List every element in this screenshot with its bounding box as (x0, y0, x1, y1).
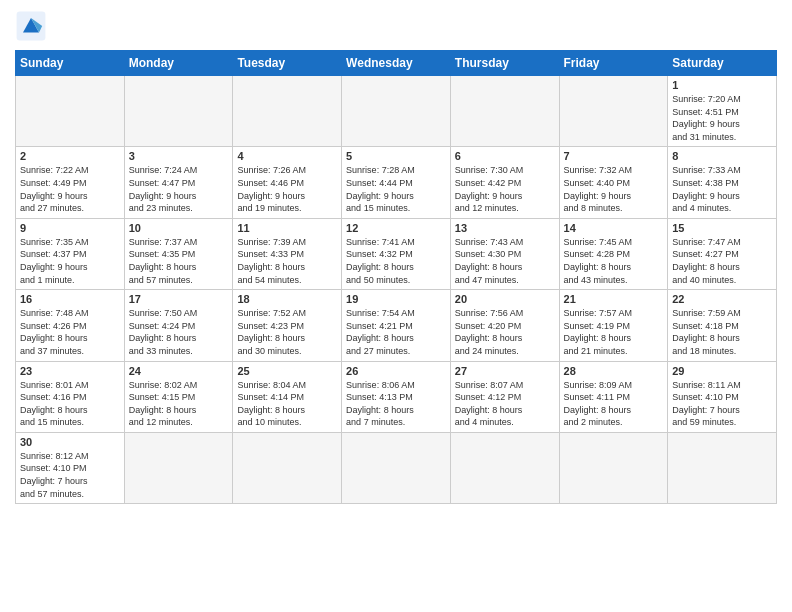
calendar-cell (342, 76, 451, 147)
weekday-header-saturday: Saturday (668, 51, 777, 76)
day-info: Sunrise: 7:56 AM Sunset: 4:20 PM Dayligh… (455, 307, 555, 357)
day-number: 29 (672, 365, 772, 377)
day-number: 5 (346, 150, 446, 162)
day-info: Sunrise: 7:33 AM Sunset: 4:38 PM Dayligh… (672, 164, 772, 214)
day-number: 6 (455, 150, 555, 162)
calendar-cell: 8Sunrise: 7:33 AM Sunset: 4:38 PM Daylig… (668, 147, 777, 218)
calendar-cell: 27Sunrise: 8:07 AM Sunset: 4:12 PM Dayli… (450, 361, 559, 432)
day-info: Sunrise: 8:04 AM Sunset: 4:14 PM Dayligh… (237, 379, 337, 429)
day-info: Sunrise: 7:24 AM Sunset: 4:47 PM Dayligh… (129, 164, 229, 214)
calendar-cell (450, 76, 559, 147)
day-info: Sunrise: 7:47 AM Sunset: 4:27 PM Dayligh… (672, 236, 772, 286)
calendar-cell (233, 432, 342, 503)
week-row-6: 30Sunrise: 8:12 AM Sunset: 4:10 PM Dayli… (16, 432, 777, 503)
day-number: 16 (20, 293, 120, 305)
day-number: 30 (20, 436, 120, 448)
calendar-cell: 3Sunrise: 7:24 AM Sunset: 4:47 PM Daylig… (124, 147, 233, 218)
week-row-1: 1Sunrise: 7:20 AM Sunset: 4:51 PM Daylig… (16, 76, 777, 147)
calendar-cell: 10Sunrise: 7:37 AM Sunset: 4:35 PM Dayli… (124, 218, 233, 289)
weekday-header-thursday: Thursday (450, 51, 559, 76)
calendar-cell: 1Sunrise: 7:20 AM Sunset: 4:51 PM Daylig… (668, 76, 777, 147)
day-number: 25 (237, 365, 337, 377)
day-number: 24 (129, 365, 229, 377)
day-info: Sunrise: 8:11 AM Sunset: 4:10 PM Dayligh… (672, 379, 772, 429)
day-number: 4 (237, 150, 337, 162)
calendar-cell: 26Sunrise: 8:06 AM Sunset: 4:13 PM Dayli… (342, 361, 451, 432)
day-info: Sunrise: 8:12 AM Sunset: 4:10 PM Dayligh… (20, 450, 120, 500)
calendar-cell (342, 432, 451, 503)
general-blue-icon (15, 10, 47, 42)
day-info: Sunrise: 8:06 AM Sunset: 4:13 PM Dayligh… (346, 379, 446, 429)
day-info: Sunrise: 7:59 AM Sunset: 4:18 PM Dayligh… (672, 307, 772, 357)
calendar-cell: 12Sunrise: 7:41 AM Sunset: 4:32 PM Dayli… (342, 218, 451, 289)
calendar-cell (124, 432, 233, 503)
day-info: Sunrise: 7:39 AM Sunset: 4:33 PM Dayligh… (237, 236, 337, 286)
day-info: Sunrise: 7:45 AM Sunset: 4:28 PM Dayligh… (564, 236, 664, 286)
day-number: 1 (672, 79, 772, 91)
calendar-cell: 18Sunrise: 7:52 AM Sunset: 4:23 PM Dayli… (233, 290, 342, 361)
day-number: 9 (20, 222, 120, 234)
day-number: 26 (346, 365, 446, 377)
calendar: SundayMondayTuesdayWednesdayThursdayFrid… (15, 50, 777, 504)
day-number: 17 (129, 293, 229, 305)
day-info: Sunrise: 7:22 AM Sunset: 4:49 PM Dayligh… (20, 164, 120, 214)
header (15, 10, 777, 42)
day-number: 22 (672, 293, 772, 305)
day-info: Sunrise: 7:48 AM Sunset: 4:26 PM Dayligh… (20, 307, 120, 357)
calendar-cell: 7Sunrise: 7:32 AM Sunset: 4:40 PM Daylig… (559, 147, 668, 218)
day-number: 15 (672, 222, 772, 234)
logo (15, 10, 51, 42)
calendar-cell (124, 76, 233, 147)
calendar-cell: 22Sunrise: 7:59 AM Sunset: 4:18 PM Dayli… (668, 290, 777, 361)
day-number: 14 (564, 222, 664, 234)
day-info: Sunrise: 7:50 AM Sunset: 4:24 PM Dayligh… (129, 307, 229, 357)
day-number: 19 (346, 293, 446, 305)
week-row-5: 23Sunrise: 8:01 AM Sunset: 4:16 PM Dayli… (16, 361, 777, 432)
day-info: Sunrise: 7:41 AM Sunset: 4:32 PM Dayligh… (346, 236, 446, 286)
day-number: 20 (455, 293, 555, 305)
day-number: 27 (455, 365, 555, 377)
calendar-cell (668, 432, 777, 503)
day-number: 2 (20, 150, 120, 162)
calendar-cell: 9Sunrise: 7:35 AM Sunset: 4:37 PM Daylig… (16, 218, 125, 289)
day-info: Sunrise: 7:20 AM Sunset: 4:51 PM Dayligh… (672, 93, 772, 143)
day-number: 10 (129, 222, 229, 234)
day-number: 12 (346, 222, 446, 234)
calendar-cell (16, 76, 125, 147)
weekday-header-wednesday: Wednesday (342, 51, 451, 76)
day-info: Sunrise: 8:07 AM Sunset: 4:12 PM Dayligh… (455, 379, 555, 429)
day-info: Sunrise: 7:54 AM Sunset: 4:21 PM Dayligh… (346, 307, 446, 357)
weekday-header-sunday: Sunday (16, 51, 125, 76)
calendar-cell: 19Sunrise: 7:54 AM Sunset: 4:21 PM Dayli… (342, 290, 451, 361)
calendar-cell: 17Sunrise: 7:50 AM Sunset: 4:24 PM Dayli… (124, 290, 233, 361)
calendar-cell: 25Sunrise: 8:04 AM Sunset: 4:14 PM Dayli… (233, 361, 342, 432)
day-info: Sunrise: 8:09 AM Sunset: 4:11 PM Dayligh… (564, 379, 664, 429)
calendar-cell (559, 76, 668, 147)
calendar-cell: 4Sunrise: 7:26 AM Sunset: 4:46 PM Daylig… (233, 147, 342, 218)
day-number: 7 (564, 150, 664, 162)
calendar-cell: 21Sunrise: 7:57 AM Sunset: 4:19 PM Dayli… (559, 290, 668, 361)
day-number: 13 (455, 222, 555, 234)
day-info: Sunrise: 7:57 AM Sunset: 4:19 PM Dayligh… (564, 307, 664, 357)
day-number: 8 (672, 150, 772, 162)
calendar-cell: 16Sunrise: 7:48 AM Sunset: 4:26 PM Dayli… (16, 290, 125, 361)
calendar-cell: 20Sunrise: 7:56 AM Sunset: 4:20 PM Dayli… (450, 290, 559, 361)
weekday-header-row: SundayMondayTuesdayWednesdayThursdayFrid… (16, 51, 777, 76)
page: SundayMondayTuesdayWednesdayThursdayFrid… (0, 0, 792, 612)
day-number: 21 (564, 293, 664, 305)
weekday-header-friday: Friday (559, 51, 668, 76)
calendar-cell: 13Sunrise: 7:43 AM Sunset: 4:30 PM Dayli… (450, 218, 559, 289)
calendar-cell: 5Sunrise: 7:28 AM Sunset: 4:44 PM Daylig… (342, 147, 451, 218)
calendar-cell: 28Sunrise: 8:09 AM Sunset: 4:11 PM Dayli… (559, 361, 668, 432)
calendar-cell: 15Sunrise: 7:47 AM Sunset: 4:27 PM Dayli… (668, 218, 777, 289)
day-info: Sunrise: 7:35 AM Sunset: 4:37 PM Dayligh… (20, 236, 120, 286)
calendar-cell (450, 432, 559, 503)
week-row-4: 16Sunrise: 7:48 AM Sunset: 4:26 PM Dayli… (16, 290, 777, 361)
day-number: 18 (237, 293, 337, 305)
day-number: 23 (20, 365, 120, 377)
day-info: Sunrise: 7:52 AM Sunset: 4:23 PM Dayligh… (237, 307, 337, 357)
calendar-cell: 23Sunrise: 8:01 AM Sunset: 4:16 PM Dayli… (16, 361, 125, 432)
calendar-cell: 2Sunrise: 7:22 AM Sunset: 4:49 PM Daylig… (16, 147, 125, 218)
calendar-cell: 24Sunrise: 8:02 AM Sunset: 4:15 PM Dayli… (124, 361, 233, 432)
calendar-cell: 14Sunrise: 7:45 AM Sunset: 4:28 PM Dayli… (559, 218, 668, 289)
